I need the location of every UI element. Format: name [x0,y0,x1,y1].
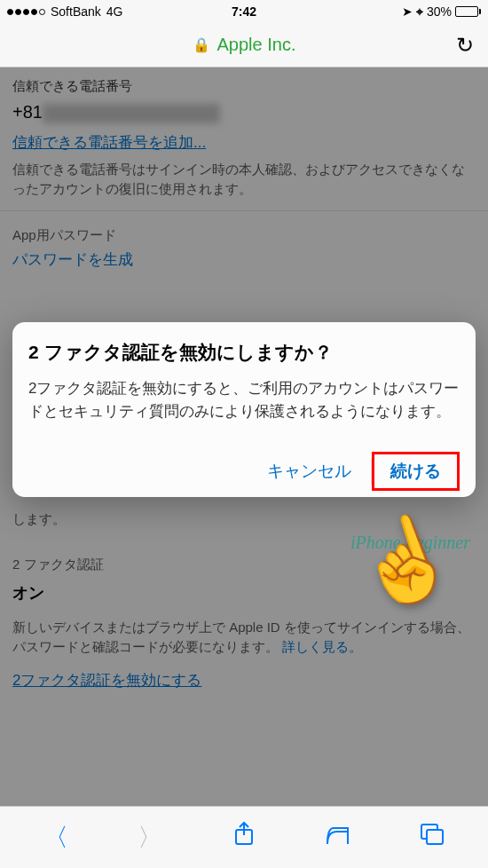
status-right: ➤ ⌖ 30% [402,4,481,20]
svg-rect-3 [427,830,443,844]
reload-button[interactable]: ↻ [456,33,474,58]
dialog-title: 2 ファクタ認証を無効にしますか？ [28,340,460,365]
app-password-heading: App用パスワード [0,211,488,249]
status-left: SoftBank 4G [7,4,123,19]
status-bar: SoftBank 4G 7:42 ➤ ⌖ 30% [0,0,488,23]
bookmarks-button[interactable] [319,824,358,852]
confirm-dialog: 2 ファクタ認証を無効にしますか？ 2ファクタ認証を無効にすると、ご利用のアカウ… [12,322,476,497]
browser-toolbar: 〈 〉 [0,806,488,868]
disable-two-factor-link[interactable]: 2ファクタ認証を無効にする [12,672,201,689]
two-factor-heading: 2 ファクタ認証 [0,541,488,579]
browser-url-bar[interactable]: 🔒 Apple Inc. ↻ [0,23,488,67]
bluetooth-icon: ⌖ [416,4,423,20]
clock: 7:42 [232,4,256,19]
phone-redacted [43,104,220,123]
carrier-label: SoftBank [51,4,101,19]
two-factor-description: 新しいデバイスまたはブラウザ上で Apple ID を使ってサインインする場合、… [0,614,488,661]
battery-pct: 30% [427,4,452,19]
add-phone-link[interactable]: 信頼できる電話番号を追加... [12,134,206,151]
forward-button[interactable]: 〉 [130,821,169,855]
learn-more-link[interactable]: 詳しく見る。 [282,639,362,654]
phone-prefix: +81 [12,102,43,122]
generate-password-link[interactable]: パスワードを生成 [12,251,133,268]
back-button[interactable]: 〈 [36,821,75,855]
phone-description: 信頼できる電話番号はサインイン時の本人確認、およびアクセスできなくなったアカウン… [12,160,476,200]
share-button[interactable] [224,821,264,854]
trusted-phone-heading: 信頼できる電話番号 [12,78,476,95]
continue-button[interactable]: 続ける [372,452,460,491]
lock-icon: 🔒 [193,36,210,53]
site-identity: Apple Inc. [217,35,296,55]
location-icon: ➤ [402,4,413,19]
dialog-body: 2ファクタ認証を無効にすると、ご利用のアカウントはパスワードとセキュリティ質問の… [28,377,460,424]
cancel-button[interactable]: キャンセル [248,451,371,492]
signal-strength-icon [7,9,45,15]
battery-icon [455,6,481,17]
two-factor-status: オン [0,579,488,607]
tabs-button[interactable] [413,823,452,852]
phone-number-row: +81 [12,102,476,123]
truncated-text: します。 [0,504,488,541]
network-label: 4G [106,4,123,19]
dialog-actions: キャンセル 続ける [28,446,460,497]
